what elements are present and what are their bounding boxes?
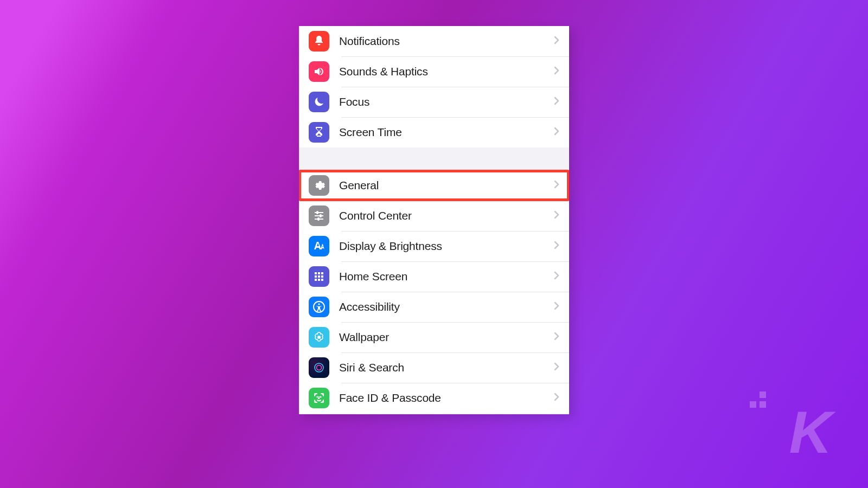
- svg-point-6: [320, 396, 321, 397]
- chevron-right-icon: [554, 332, 559, 343]
- faceid-icon: [309, 388, 329, 408]
- label-siri-search: Siri & Search: [339, 361, 554, 374]
- row-faceid-passcode[interactable]: Face ID & Passcode: [299, 383, 569, 413]
- speaker-icon: [309, 61, 329, 82]
- label-accessibility: Accessibility: [339, 300, 554, 313]
- row-home-screen[interactable]: Home Screen: [299, 261, 569, 292]
- gear-icon: [309, 175, 329, 196]
- chevron-right-icon: [554, 210, 559, 221]
- svg-point-2: [317, 336, 321, 339]
- row-wallpaper[interactable]: Wallpaper: [299, 322, 569, 352]
- svg-point-1: [318, 303, 320, 305]
- chevron-right-icon: [554, 97, 559, 107]
- label-control-center: Control Center: [339, 209, 554, 222]
- chevron-right-icon: [554, 127, 559, 138]
- accessibility-icon: [309, 297, 329, 317]
- moon-icon: [309, 92, 329, 112]
- row-screen-time[interactable]: Screen Time: [299, 117, 569, 147]
- svg-point-5: [317, 396, 317, 397]
- chevron-right-icon: [554, 241, 559, 252]
- watermark-dots: [750, 391, 766, 408]
- row-accessibility[interactable]: Accessibility: [299, 292, 569, 322]
- watermark-k: K: [789, 397, 830, 466]
- label-notifications: Notifications: [339, 35, 554, 48]
- chevron-right-icon: [554, 180, 559, 191]
- label-general: General: [339, 179, 554, 192]
- svg-point-4: [317, 365, 322, 370]
- flower-icon: [309, 327, 329, 348]
- chevron-right-icon: [554, 362, 559, 373]
- settings-group-2: General Control Center Display & Brightn…: [299, 170, 569, 413]
- settings-screen: Notifications Sounds & Haptics Focus Scr…: [299, 26, 569, 414]
- label-home-screen: Home Screen: [339, 270, 554, 283]
- chevron-right-icon: [554, 66, 559, 77]
- hourglass-icon: [309, 122, 329, 143]
- chevron-right-icon: [554, 301, 559, 312]
- label-wallpaper: Wallpaper: [339, 331, 554, 344]
- siri-icon: [309, 357, 329, 378]
- settings-group-1: Notifications Sounds & Haptics Focus Scr…: [299, 26, 569, 147]
- row-control-center[interactable]: Control Center: [299, 201, 569, 231]
- row-focus[interactable]: Focus: [299, 87, 569, 117]
- svg-point-3: [315, 363, 323, 372]
- chevron-right-icon: [554, 393, 559, 403]
- label-display-brightness: Display & Brightness: [339, 240, 554, 253]
- label-focus: Focus: [339, 95, 554, 108]
- row-siri-search[interactable]: Siri & Search: [299, 352, 569, 383]
- chevron-right-icon: [554, 271, 559, 282]
- row-display-brightness[interactable]: Display & Brightness: [299, 231, 569, 261]
- label-faceid-passcode: Face ID & Passcode: [339, 391, 554, 404]
- text-size-icon: [309, 236, 329, 256]
- sliders-icon: [309, 206, 329, 226]
- row-sounds-haptics[interactable]: Sounds & Haptics: [299, 56, 569, 87]
- row-notifications[interactable]: Notifications: [299, 26, 569, 56]
- chevron-right-icon: [554, 36, 559, 47]
- row-general[interactable]: General: [299, 170, 569, 201]
- label-sounds-haptics: Sounds & Haptics: [339, 65, 554, 78]
- grid-icon: [309, 266, 329, 287]
- label-screen-time: Screen Time: [339, 126, 554, 139]
- bell-icon: [309, 31, 329, 52]
